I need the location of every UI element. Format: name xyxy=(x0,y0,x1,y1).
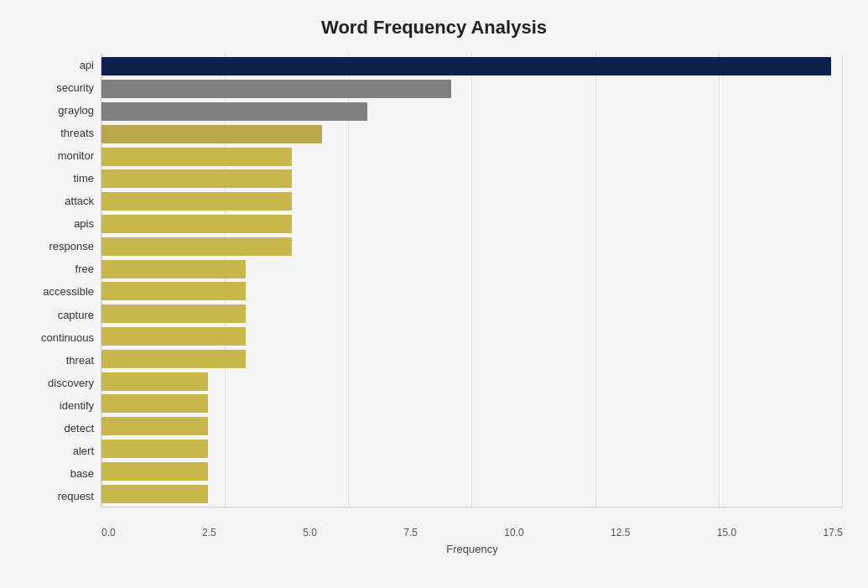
bar xyxy=(101,417,208,435)
y-axis-label: threat xyxy=(66,349,94,372)
bar-row xyxy=(101,348,843,370)
x-axis: 0.02.55.07.510.012.515.017.5 xyxy=(101,527,843,539)
x-tick-label: 10.0 xyxy=(504,527,523,539)
bar xyxy=(101,485,208,503)
y-axis-label: security xyxy=(56,76,94,99)
y-axis-label: monitor xyxy=(58,144,94,167)
bar xyxy=(101,327,246,346)
y-axis-label: apis xyxy=(74,212,94,235)
bar-row xyxy=(101,415,843,437)
bar-row xyxy=(101,168,843,190)
y-axis-label: graylog xyxy=(58,99,94,122)
x-tick-label: 5.0 xyxy=(303,527,317,539)
bar xyxy=(101,350,246,368)
bar-row xyxy=(101,146,843,168)
x-tick-label: 2.5 xyxy=(202,527,216,539)
bar-row xyxy=(101,303,843,325)
chart-container: Word Frequency Analysis apisecuritygrayl… xyxy=(0,0,868,588)
y-axis-label: continuous xyxy=(41,326,94,349)
y-axis-label: response xyxy=(49,235,94,258)
bar-row xyxy=(101,190,843,212)
bar-row xyxy=(101,461,843,482)
bar-row xyxy=(101,78,843,100)
y-axis-label: threats xyxy=(60,122,94,144)
bar xyxy=(101,304,246,323)
bar xyxy=(101,462,208,481)
x-axis-label: Frequency xyxy=(101,543,843,555)
y-axis-label: request xyxy=(58,485,94,507)
bar xyxy=(101,260,246,278)
bar-row xyxy=(101,438,843,460)
bar xyxy=(101,282,246,300)
bar xyxy=(101,148,292,166)
y-axis-label: capture xyxy=(58,304,94,326)
y-axis-label: alert xyxy=(73,440,94,462)
y-axis-label: time xyxy=(73,167,94,190)
bar xyxy=(101,125,322,143)
bar xyxy=(101,57,831,75)
bar xyxy=(101,80,451,98)
y-axis-label: discovery xyxy=(48,372,94,394)
bar-row xyxy=(101,123,843,145)
y-axis: apisecuritygraylogthreatsmonitortimeatta… xyxy=(25,54,101,507)
bar-row xyxy=(101,393,843,414)
y-axis-label: identify xyxy=(60,394,94,417)
y-axis-label: accessible xyxy=(43,280,94,303)
bar xyxy=(101,215,292,233)
bar-row xyxy=(101,236,843,258)
bar-row xyxy=(101,371,843,393)
x-tick-label: 7.5 xyxy=(403,527,418,539)
x-tick-label: 12.5 xyxy=(611,527,630,539)
bar xyxy=(101,237,292,256)
plot-area: 0.02.55.07.510.012.515.017.5 Frequency xyxy=(101,54,843,507)
x-tick-label: 0.0 xyxy=(101,527,116,539)
bars-container xyxy=(101,54,843,507)
bar-row xyxy=(101,258,843,280)
bar-row xyxy=(101,55,843,77)
bar-row xyxy=(101,325,843,347)
bar-row xyxy=(101,483,843,505)
y-axis-label: api xyxy=(80,54,94,76)
bar xyxy=(101,169,292,188)
x-tick-label: 15.0 xyxy=(717,527,736,539)
bar-row xyxy=(101,213,843,235)
y-axis-label: base xyxy=(70,462,94,485)
bar xyxy=(101,102,367,121)
bar-row xyxy=(101,280,843,302)
bar-row xyxy=(101,101,843,122)
bar xyxy=(101,192,292,211)
y-axis-label: attack xyxy=(65,190,94,212)
x-tick-label: 17.5 xyxy=(824,527,843,539)
y-axis-label: detect xyxy=(65,417,94,440)
y-axis-label: free xyxy=(75,258,94,280)
bar xyxy=(101,372,208,391)
chart-title: Word Frequency Analysis xyxy=(25,17,843,39)
bar xyxy=(101,394,208,413)
chart-area: apisecuritygraylogthreatsmonitortimeatta… xyxy=(25,54,843,507)
bar xyxy=(101,440,208,458)
